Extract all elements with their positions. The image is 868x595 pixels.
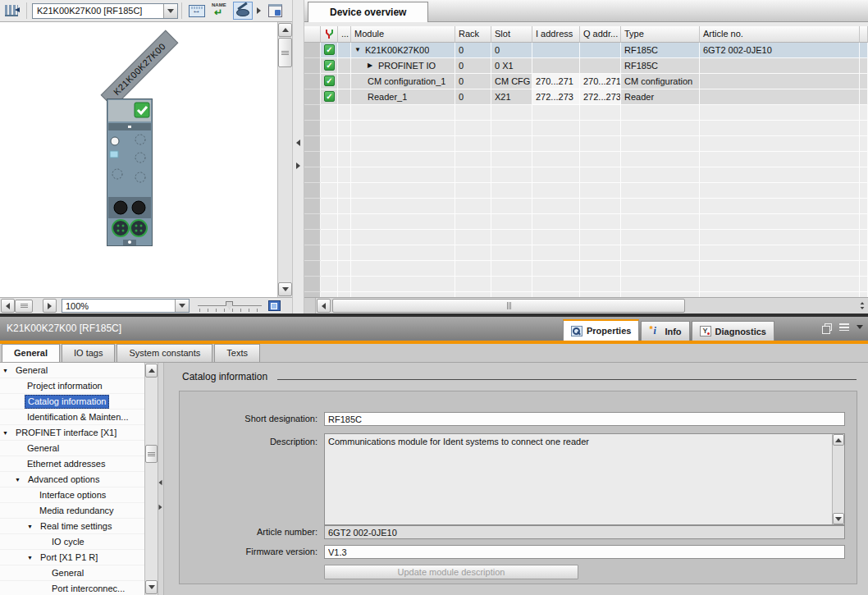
article-cell[interactable] (700, 58, 860, 74)
tree-item-port-interconnec[interactable]: Port interconnec... (0, 581, 144, 595)
i-address-cell[interactable]: 270...271 (532, 74, 580, 89)
tree-item-profinet-interface-x1[interactable]: ▼PROFINET interface [X1] (0, 425, 144, 441)
scroll-down-icon[interactable] (833, 513, 844, 524)
tree-scrollbar[interactable] (144, 363, 158, 595)
expand-icon[interactable]: ▼ (27, 519, 38, 534)
description-field[interactable]: Communications module for Ident systems … (324, 433, 845, 525)
device-view-vertical-scrollbar[interactable] (277, 22, 292, 297)
tree-item-project-information[interactable]: Project information (0, 378, 144, 394)
article-cell[interactable] (700, 89, 860, 105)
tab-properties[interactable]: Properties (563, 319, 639, 341)
module-cell[interactable]: Reader_1 (351, 89, 455, 105)
type-cell[interactable]: RF185C (621, 43, 700, 58)
module-cell[interactable]: CM configuration_1 (351, 74, 455, 89)
table-row[interactable]: ✓▶PROFINET IO00 X1RF185C (304, 58, 868, 74)
rack-cell[interactable]: 0 (455, 74, 491, 89)
splitter-quick-icon[interactable] (857, 299, 867, 313)
tree-splitter[interactable] (158, 363, 164, 595)
article-number-field[interactable] (324, 525, 845, 539)
slot-cell[interactable]: 0 X1 (491, 58, 532, 74)
table-row[interactable]: ✓Reader_10X21272...273272...273Reader (304, 89, 868, 105)
tab-texts[interactable]: Texts (214, 344, 260, 362)
scroll-up-icon[interactable] (833, 434, 844, 446)
scrollbar-thumb[interactable] (332, 299, 685, 313)
table-row[interactable]: ✓CM configuration_10CM CFG270...271270..… (304, 74, 868, 89)
header-status[interactable] (321, 26, 338, 43)
i-address-cell[interactable] (532, 58, 580, 74)
header-slot[interactable]: Slot (491, 26, 532, 43)
dropdown-arrow-icon[interactable] (257, 7, 261, 14)
article-cell[interactable] (700, 74, 860, 89)
network-data-button[interactable] (2, 2, 21, 20)
panel-splitter[interactable] (292, 0, 304, 314)
slot-cell[interactable]: CM CFG (491, 74, 532, 89)
tab-io-tags[interactable]: IO tags (62, 344, 115, 362)
header-q-address[interactable]: Q addr... (580, 26, 621, 43)
tree-item-general[interactable]: General (0, 441, 144, 456)
header-rack[interactable]: Rack (455, 26, 491, 43)
expand-icon[interactable]: ▼ (27, 550, 38, 565)
tree-item-media-redundancy[interactable]: Media redundancy (0, 503, 144, 519)
i-address-cell[interactable]: 272...273 (532, 89, 580, 105)
q-address-cell[interactable]: 270...271 (580, 74, 621, 89)
tree-item-real-time-settings[interactable]: ▼Real time settings (0, 519, 144, 534)
scroll-up-icon[interactable] (278, 23, 292, 37)
q-address-cell[interactable]: 272...273 (580, 89, 621, 105)
scrollbar-thumb[interactable] (145, 445, 158, 463)
expand-icon[interactable]: ▼ (15, 472, 25, 487)
tree-item-io-cycle[interactable]: IO cycle (0, 534, 144, 550)
expand-icon[interactable]: ▼ (2, 363, 13, 378)
table-row[interactable]: ✓▼K21K00K27K0000RF185C6GT2 002-0JE10 (304, 43, 868, 58)
expand-icon[interactable]: ▶ (368, 58, 378, 73)
tab-device-overview[interactable]: Device overview (308, 2, 428, 22)
header-article[interactable]: Article no. (700, 26, 860, 43)
type-cell[interactable]: RF185C (621, 58, 700, 74)
tree-item-general[interactable]: General (0, 565, 144, 581)
overview-h-scrollbar[interactable] (304, 297, 868, 314)
assign-device-name-button[interactable] (210, 2, 230, 20)
tab-diagnostics[interactable]: Diagnostics (692, 321, 774, 341)
expand-icon[interactable]: ▼ (2, 425, 13, 441)
overview-window-icon[interactable] (268, 300, 281, 311)
h-scrollbar-thumb[interactable] (15, 300, 33, 313)
rack-cell[interactable]: 0 (455, 43, 491, 58)
pan-left-icon[interactable] (1, 299, 15, 313)
zoom-slider[interactable] (198, 300, 262, 313)
firmware-version-field[interactable] (324, 545, 845, 559)
collapse-left-icon[interactable] (159, 480, 162, 485)
header-module[interactable]: Module (351, 26, 455, 43)
pan-width-button[interactable] (187, 2, 207, 20)
module-cell[interactable]: ▼K21K00K27K00 (351, 43, 455, 58)
tree-item-catalog-information[interactable]: Catalog information (0, 394, 144, 410)
collapse-right-icon[interactable] (159, 505, 162, 510)
tree-item-port-x1-p1-r[interactable]: ▼Port [X1 P1 R] (0, 550, 144, 565)
tab-system-constants[interactable]: System constants (116, 344, 212, 362)
tree-item-interface-options[interactable]: Interface options (0, 487, 144, 503)
device-selector[interactable]: K21K00K27K00 [RF185C] (32, 3, 178, 19)
menu-list-icon[interactable] (839, 323, 849, 331)
collapse-right-icon[interactable] (296, 162, 300, 169)
rack-cell[interactable]: 0 (455, 58, 491, 74)
header-comment[interactable]: ... (338, 26, 351, 43)
collapse-left-icon[interactable] (296, 140, 300, 146)
scroll-down-icon[interactable] (278, 282, 292, 296)
header-type[interactable]: Type (621, 26, 700, 43)
module-cell[interactable]: ▶PROFINET IO (351, 58, 455, 74)
tree-item-ethernet-addresses[interactable]: Ethernet addresses (0, 456, 144, 472)
type-cell[interactable]: Reader (621, 89, 700, 105)
expand-icon[interactable]: ▼ (354, 43, 365, 57)
chevron-down-icon[interactable] (857, 325, 863, 329)
article-cell[interactable]: 6GT2 002-0JE10 (700, 43, 860, 58)
float-window-icon[interactable] (825, 323, 832, 331)
header-i-address[interactable]: I address (532, 26, 580, 43)
zoom-select[interactable]: 100% (62, 299, 190, 313)
module-window-button[interactable] (265, 2, 285, 20)
device-module-image[interactable] (107, 98, 153, 246)
scrollbar-thumb[interactable] (278, 38, 292, 67)
scroll-up-icon[interactable] (145, 364, 158, 378)
rack-cell[interactable]: 0 (455, 89, 491, 105)
pan-right-icon[interactable] (43, 299, 57, 313)
scroll-left-icon[interactable] (317, 299, 331, 313)
slot-cell[interactable]: X21 (491, 89, 532, 105)
tree-item-general[interactable]: ▼General (0, 363, 144, 378)
